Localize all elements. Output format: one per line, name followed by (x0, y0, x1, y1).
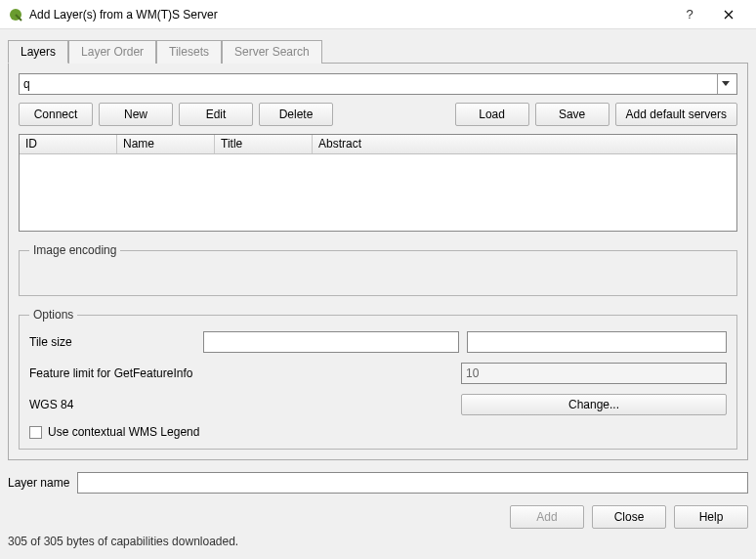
status-bar: 305 of 305 bytes of capabilities downloa… (0, 535, 756, 554)
contextual-legend-label: Use contextual WMS Legend (48, 425, 199, 439)
server-select-value: q (23, 77, 717, 91)
tab-panel-layers: q Connect New Edit Delete Load Save Add … (8, 63, 748, 460)
close-window-button[interactable] (709, 0, 748, 29)
add-default-servers-button[interactable]: Add default servers (615, 103, 737, 126)
col-header-id[interactable]: ID (20, 135, 117, 153)
image-encoding-group: Image encoding (19, 243, 737, 296)
layer-name-input[interactable] (77, 472, 748, 494)
tile-size-height-input[interactable] (467, 331, 727, 353)
dialog-help-button[interactable]: Help (674, 505, 748, 529)
add-button[interactable]: Add (510, 505, 584, 529)
tab-layers[interactable]: Layers (8, 40, 68, 64)
close-button[interactable]: Close (592, 505, 666, 529)
load-button[interactable]: Load (455, 103, 529, 126)
layer-name-label: Layer name (8, 476, 69, 490)
help-button[interactable]: ? (670, 0, 709, 29)
tab-server-search[interactable]: Server Search (222, 40, 322, 64)
layer-name-row: Layer name (8, 472, 748, 494)
col-header-title[interactable]: Title (215, 135, 313, 153)
layers-table-header: ID Name Title Abstract (20, 135, 736, 154)
chevron-down-icon (717, 74, 733, 94)
tile-size-label: Tile size (29, 335, 195, 349)
col-header-name[interactable]: Name (117, 135, 215, 153)
contextual-legend-checkbox[interactable] (29, 426, 42, 439)
qgis-icon (8, 7, 23, 22)
crs-row: WGS 84 Change... (29, 394, 727, 415)
connect-button[interactable]: Connect (19, 103, 93, 126)
feature-limit-row: Feature limit for GetFeatureInfo (29, 363, 727, 384)
contextual-legend-row: Use contextual WMS Legend (29, 425, 727, 439)
change-crs-button[interactable]: Change... (461, 394, 727, 415)
tile-size-width-input[interactable] (203, 331, 459, 353)
server-button-row: Connect New Edit Delete Load Save Add de… (19, 103, 737, 126)
crs-label: WGS 84 (29, 398, 453, 411)
save-button[interactable]: Save (535, 103, 609, 126)
options-legend: Options (29, 308, 77, 322)
delete-button[interactable]: Delete (259, 103, 333, 126)
col-header-abstract[interactable]: Abstract (313, 135, 736, 153)
feature-limit-input[interactable] (461, 363, 727, 384)
edit-button[interactable]: Edit (179, 103, 253, 126)
layers-table[interactable]: ID Name Title Abstract (19, 134, 737, 232)
feature-limit-label: Feature limit for GetFeatureInfo (29, 366, 453, 380)
tab-tilesets[interactable]: Tilesets (156, 40, 222, 64)
titlebar: Add Layer(s) from a WM(T)S Server ? (0, 0, 756, 29)
image-encoding-legend: Image encoding (29, 243, 120, 257)
dialog-button-row: Add Close Help (0, 494, 756, 535)
dialog-content: Layers Layer Order Tilesets Server Searc… (0, 29, 756, 460)
options-group: Options Tile size Feature limit for GetF… (19, 308, 737, 450)
new-button[interactable]: New (99, 103, 173, 126)
tab-layer-order[interactable]: Layer Order (68, 40, 156, 64)
tile-size-row: Tile size (29, 331, 727, 353)
window-title: Add Layer(s) from a WM(T)S Server (29, 8, 670, 22)
tab-bar: Layers Layer Order Tilesets Server Searc… (8, 39, 748, 63)
server-select[interactable]: q (19, 73, 737, 95)
